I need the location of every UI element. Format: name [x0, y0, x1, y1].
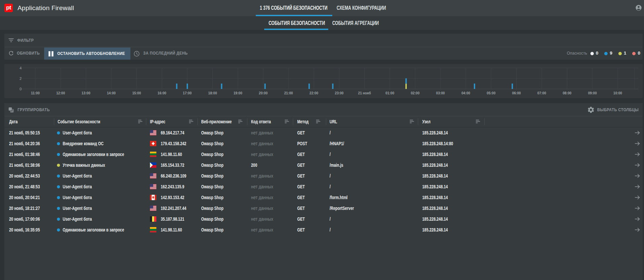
svg-text:23:00: 23:00	[335, 91, 344, 95]
svg-text:21:00: 21:00	[284, 91, 293, 95]
svg-text:16:00: 16:00	[158, 91, 166, 95]
svg-text:10:00: 10:00	[613, 91, 622, 95]
svg-text:05:00: 05:00	[487, 91, 495, 95]
svg-text:17:00: 17:00	[183, 91, 192, 95]
svg-text:11:00: 11:00	[31, 91, 40, 95]
svg-text:01:00: 01:00	[386, 91, 394, 95]
svg-text:4: 4	[20, 66, 22, 70]
svg-text:07:00: 07:00	[538, 91, 546, 95]
svg-text:14:00: 14:00	[107, 91, 116, 95]
svg-text:19:00: 19:00	[234, 91, 242, 95]
svg-text:20:00: 20:00	[259, 91, 268, 95]
svg-text:0: 0	[20, 87, 22, 91]
svg-text:09:00: 09:00	[588, 91, 597, 95]
svg-text:13:00: 13:00	[82, 91, 90, 95]
svg-text:21 нояб: 21 нояб	[358, 91, 371, 95]
svg-text:22:00: 22:00	[309, 91, 318, 95]
svg-text:03:00: 03:00	[436, 91, 445, 95]
svg-text:02:00: 02:00	[411, 91, 420, 95]
svg-text:18:00: 18:00	[208, 91, 217, 95]
svg-text:15:00: 15:00	[132, 91, 141, 95]
svg-text:12:00: 12:00	[56, 91, 65, 95]
svg-text:04:00: 04:00	[461, 91, 470, 95]
svg-text:2: 2	[20, 76, 22, 81]
svg-text:06:00: 06:00	[512, 91, 521, 95]
svg-text:08:00: 08:00	[563, 91, 572, 95]
